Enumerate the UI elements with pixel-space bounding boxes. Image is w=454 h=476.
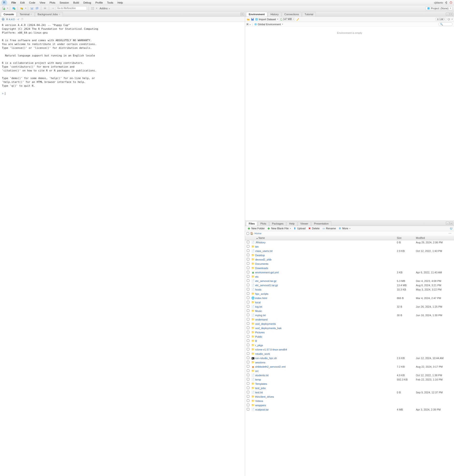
file-row[interactable]: 📄log.txt32 BJun 26, 2024, 1:25 PM bbox=[245, 305, 454, 309]
import-dataset-button[interactable]: Import Dataset▾ bbox=[255, 18, 278, 21]
row-checkbox[interactable] bbox=[247, 262, 250, 265]
minimize-pane-button[interactable]: ▭ bbox=[241, 13, 244, 15]
power-icon[interactable] bbox=[449, 1, 453, 4]
file-link[interactable]: Documents bbox=[255, 262, 268, 265]
file-link[interactable]: wrappers bbox=[255, 404, 266, 407]
file-link[interactable]: mylog.txt bbox=[255, 314, 265, 317]
file-row[interactable]: 📁Desktop bbox=[245, 253, 454, 257]
dropdown-icon[interactable]: ▾ bbox=[7, 7, 8, 9]
file-link[interactable]: hosts bbox=[255, 288, 261, 291]
file-row[interactable]: ▤environment-gsl.yml3 KBApr 6, 2022, 11:… bbox=[245, 270, 454, 275]
row-checkbox[interactable] bbox=[247, 249, 250, 252]
file-link[interactable]: rstudio_work bbox=[255, 352, 270, 355]
new-blank-file-button[interactable]: ✚New Blank File▾ bbox=[266, 227, 292, 230]
tab-history[interactable]: History bbox=[268, 12, 281, 16]
tab-plots[interactable]: Plots bbox=[258, 221, 269, 226]
view-mode-selector[interactable]: List▾ bbox=[435, 18, 446, 21]
file-link[interactable]: Templates bbox=[255, 382, 267, 385]
file-row[interactable]: 📄.Rhistory0 BAug 29, 2024, 2:06 PM bbox=[245, 240, 454, 245]
maximize-pane-button[interactable]: ▭ bbox=[450, 222, 453, 224]
delete-button[interactable]: ✖Delete bbox=[307, 227, 321, 230]
tab-environment[interactable]: Environment bbox=[246, 12, 267, 16]
menu-view[interactable]: View bbox=[38, 1, 47, 5]
file-link[interactable]: rclone-v1.57.0-linux-amd64 bbox=[255, 348, 287, 351]
file-row[interactable]: 📁bin bbox=[245, 245, 454, 249]
menu-tools[interactable]: Tools bbox=[105, 1, 115, 5]
row-checkbox[interactable] bbox=[247, 327, 250, 329]
tab-background-jobs[interactable]: Background Jobs× bbox=[35, 12, 63, 16]
file-link[interactable]: Desktop bbox=[255, 254, 265, 257]
row-checkbox[interactable] bbox=[247, 301, 250, 303]
file-row[interactable]: 📁Templates bbox=[245, 382, 454, 386]
minimize-pane-button[interactable]: — bbox=[446, 13, 449, 15]
file-row[interactable]: 📁r_pkgs bbox=[245, 343, 454, 347]
row-checkbox[interactable] bbox=[247, 408, 250, 410]
minimize-pane-button[interactable]: — bbox=[446, 222, 449, 224]
row-checkbox[interactable] bbox=[247, 374, 250, 376]
file-link[interactable]: .Rhistory bbox=[255, 241, 265, 244]
row-checkbox[interactable] bbox=[247, 339, 250, 342]
row-checkbox[interactable] bbox=[247, 322, 250, 325]
file-link[interactable]: test.txt bbox=[255, 391, 263, 394]
row-checkbox[interactable] bbox=[247, 305, 250, 308]
file-row[interactable]: 📁thinclient_drives bbox=[245, 394, 454, 399]
file-row[interactable]: 📄etc_servood1.tar.gz13.4 MBAug 8, 2024, … bbox=[245, 283, 454, 287]
sign-out-icon[interactable] bbox=[445, 1, 448, 4]
new-folder-button[interactable]: ✚New Folder bbox=[247, 227, 266, 230]
new-file-button[interactable] bbox=[1, 6, 6, 10]
file-row[interactable]: 📁Downloads bbox=[245, 266, 454, 270]
load-workspace-button[interactable] bbox=[247, 18, 250, 21]
row-checkbox[interactable] bbox=[247, 241, 250, 243]
tab-packages[interactable]: Packages bbox=[269, 221, 286, 226]
addins-menu[interactable]: Addins ▾ bbox=[98, 7, 111, 10]
print-button[interactable] bbox=[43, 6, 47, 10]
upload-button[interactable]: ⬆Upload bbox=[293, 227, 307, 230]
col-modified[interactable]: Modified bbox=[416, 237, 454, 239]
tab-console[interactable]: Console bbox=[1, 12, 16, 16]
row-checkbox[interactable] bbox=[247, 314, 250, 316]
col-size[interactable]: Size bbox=[397, 237, 416, 239]
row-checkbox[interactable] bbox=[247, 391, 250, 393]
file-row[interactable]: 📁devood2_shib bbox=[245, 257, 454, 262]
file-row[interactable]: 📁ood_deployments_bak bbox=[245, 326, 454, 330]
row-checkbox[interactable] bbox=[247, 365, 250, 368]
goto-file-input[interactable] bbox=[56, 6, 87, 10]
file-row[interactable]: ▤shibboleth2_servood2.xml7.2 KBAug 22, 2… bbox=[245, 364, 454, 369]
file-row[interactable]: 📁R bbox=[245, 339, 454, 343]
file-row[interactable]: 📁Documents bbox=[245, 262, 454, 266]
popout-icon[interactable] bbox=[21, 18, 23, 21]
menu-build[interactable]: Build bbox=[71, 1, 81, 5]
file-row[interactable]: 📁wrappers bbox=[245, 403, 454, 407]
env-lang-selector[interactable]: R ▾ bbox=[247, 23, 250, 26]
file-link[interactable]: sessions bbox=[255, 361, 265, 364]
dropdown-icon[interactable]: ▾ bbox=[25, 7, 26, 9]
row-checkbox[interactable] bbox=[247, 253, 250, 256]
file-row[interactable]: 📄xcatpost.tar4 MBApr 3, 2024, 2:39 PM bbox=[245, 407, 454, 412]
row-checkbox[interactable] bbox=[247, 378, 250, 380]
row-checkbox[interactable] bbox=[247, 352, 250, 355]
row-checkbox[interactable] bbox=[247, 335, 250, 338]
file-link[interactable]: class_users.txt bbox=[255, 250, 272, 253]
file-link[interactable]: src bbox=[255, 370, 259, 372]
file-row[interactable]: 📁Pictures bbox=[245, 330, 454, 335]
more-button[interactable]: ⚙More▾ bbox=[338, 227, 352, 230]
dropdown-icon[interactable]: ▾ bbox=[96, 7, 97, 9]
tab-terminal[interactable]: Terminal× bbox=[17, 12, 34, 16]
menu-help[interactable]: Help bbox=[115, 1, 125, 5]
file-row[interactable]: 📄test.txt0 BSep 9, 2024, 12:37 PM bbox=[245, 390, 454, 394]
row-checkbox[interactable] bbox=[247, 271, 250, 273]
menu-plots[interactable]: Plots bbox=[48, 1, 57, 5]
open-file-button[interactable] bbox=[20, 6, 24, 10]
file-link[interactable]: etc_servood.tar.gz bbox=[255, 280, 277, 283]
menu-profile[interactable]: Profile bbox=[93, 1, 105, 5]
row-checkbox[interactable] bbox=[247, 288, 250, 290]
file-row[interactable]: 📁ood_deployments bbox=[245, 322, 454, 326]
file-link[interactable]: bin bbox=[255, 245, 259, 248]
row-checkbox[interactable] bbox=[247, 297, 250, 299]
row-checkbox[interactable] bbox=[247, 399, 250, 402]
project-selector[interactable]: Project: (None) ▾ bbox=[425, 7, 453, 10]
file-row[interactable]: 📁sessions bbox=[245, 360, 454, 364]
file-link[interactable]: ood_deployments bbox=[255, 322, 276, 325]
file-row[interactable]: 📁test_jobs bbox=[245, 386, 454, 390]
row-checkbox[interactable] bbox=[247, 382, 250, 385]
